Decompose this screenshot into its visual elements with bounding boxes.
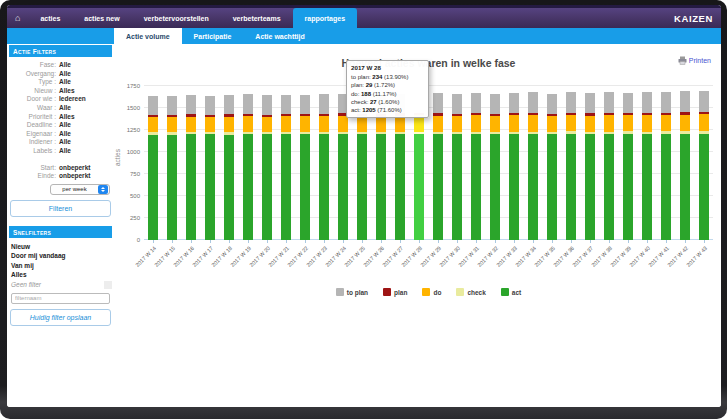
nav-item-acties-new[interactable]: acties new	[72, 8, 131, 28]
nav-item-verbetervoorstellen[interactable]: verbetervoorstellen	[132, 8, 221, 28]
filter-label: Start:	[9, 164, 56, 173]
print-link[interactable]: Printen	[678, 56, 711, 65]
bar-slot: 2017 W 17	[201, 86, 220, 240]
stacked-bar-2017-W-42[interactable]	[680, 91, 690, 240]
legend-item-do[interactable]: do	[422, 288, 441, 296]
filter-value[interactable]: Alle	[59, 61, 71, 70]
stacked-bar-2017-W-23[interactable]	[319, 94, 329, 240]
bar-slot: 2017 W 30	[448, 86, 467, 240]
stacked-bar-2017-W-36[interactable]	[566, 92, 576, 240]
legend-swatch	[383, 288, 391, 296]
filter-row: Einde:onbeperkt	[9, 172, 112, 181]
bar-segment-act	[433, 134, 443, 240]
bar-slot: 2017 W 19	[239, 86, 258, 240]
stacked-bar-2017-W-20[interactable]	[262, 95, 272, 240]
stacked-bar-2017-W-33[interactable]	[509, 93, 519, 240]
filter-value[interactable]: onbeperkt	[59, 164, 90, 173]
stacked-bar-2017-W-35[interactable]	[547, 94, 557, 240]
quicklink-alles[interactable]: Alles	[9, 270, 112, 280]
legend-item-act[interactable]: act	[501, 288, 521, 296]
stacked-bar-2017-W-22[interactable]	[300, 95, 310, 240]
x-tick	[267, 240, 268, 243]
stacked-bar-2017-W-21[interactable]	[281, 95, 291, 240]
nav-item-rapportages[interactable]: rapportages	[293, 8, 357, 28]
bar-segment-do	[585, 116, 595, 132]
y-tick-label: 1000	[114, 149, 140, 155]
stacked-bar-2017-W-18[interactable]	[224, 95, 234, 240]
stacked-bar-2017-W-19[interactable]	[243, 94, 253, 240]
filter-value[interactable]: onbeperkt	[59, 172, 90, 181]
stacked-bar-2017-W-40[interactable]	[642, 92, 652, 240]
stacked-bar-2017-W-41[interactable]	[661, 92, 671, 240]
bar-segment-act	[566, 134, 576, 240]
stacked-bar-2017-W-37[interactable]	[585, 93, 595, 240]
stacked-bar-2017-W-16[interactable]	[186, 95, 196, 240]
quicklink-nieuw[interactable]: Nieuw	[9, 242, 112, 252]
stacked-bar-2017-W-15[interactable]	[167, 96, 177, 240]
bar-segment-to-plan	[585, 93, 595, 113]
filter-row: Waar :Alle	[9, 104, 112, 113]
bar-segment-do	[566, 115, 576, 131]
bar-segment-do	[471, 115, 481, 131]
legend-item-plan[interactable]: plan	[383, 288, 407, 296]
legend-item-check[interactable]: check	[456, 288, 485, 296]
stacked-bar-2017-W-39[interactable]	[623, 93, 633, 240]
tab-participatie[interactable]: Participatie	[182, 28, 244, 44]
filter-value[interactable]: Iedereen	[59, 95, 86, 104]
stacked-bar-2017-W-17[interactable]	[205, 96, 215, 240]
chart-legend: to planplandocheckact	[144, 288, 713, 296]
legend-item-to-plan[interactable]: to plan	[336, 288, 368, 296]
nav-item-acties[interactable]: acties	[28, 8, 72, 28]
bar-slot: 2017 W 18	[220, 86, 239, 240]
bar-slot: 2017 W 21	[277, 86, 296, 240]
x-tick	[343, 240, 344, 243]
stacked-bar-2017-W-43[interactable]	[699, 91, 709, 240]
filter-row: Eigenaar :Alle	[9, 130, 112, 139]
filter-value[interactable]: Alle	[59, 78, 71, 87]
bar-segment-to-plan	[262, 95, 272, 114]
filter-value[interactable]: Alle	[59, 130, 71, 139]
x-tick	[571, 240, 572, 243]
stacked-bar-2017-W-29[interactable]	[433, 93, 443, 240]
home-icon[interactable]: ⌂	[7, 8, 28, 28]
filter-value[interactable]: Alle	[59, 121, 71, 130]
stacked-bar-2017-W-31[interactable]	[471, 93, 481, 240]
bar-slot: 2017 W 34	[523, 86, 542, 240]
save-filter-button[interactable]: Huidig filter opslaan	[10, 309, 111, 326]
filter-value[interactable]: Alle	[59, 104, 71, 113]
legend-label: act	[512, 289, 521, 296]
bar-segment-do	[186, 117, 196, 133]
tab-actie-volume[interactable]: Actie volume	[114, 28, 182, 44]
nav-item-verbeterteams[interactable]: verbeterteams	[221, 8, 293, 28]
filter-row: Type :Alle	[9, 78, 112, 87]
filter-label: Nieuw :	[9, 87, 56, 96]
x-tick	[191, 240, 192, 243]
filter-value[interactable]: Alle	[59, 147, 71, 156]
bar-segment-to-plan	[528, 92, 538, 112]
bar-segment-do	[642, 115, 652, 132]
y-tick-label: 1500	[114, 105, 140, 111]
quicklink-door-mij-vandaag[interactable]: Door mij vandaag	[9, 251, 112, 261]
filter-value[interactable]: Alles	[59, 113, 75, 122]
stacked-bar-2017-W-34[interactable]	[528, 92, 538, 240]
geen-filter-label[interactable]: Geen filter	[9, 280, 112, 290]
stacked-bar-2017-W-30[interactable]	[452, 94, 462, 240]
stacked-bar-2017-W-32[interactable]	[490, 94, 500, 240]
period-select[interactable]: per week	[50, 184, 110, 195]
bar-segment-to-plan	[433, 93, 443, 113]
x-tick	[552, 240, 553, 243]
bar-segment-act	[452, 134, 462, 240]
stacked-bar-2017-W-38[interactable]	[604, 92, 614, 240]
quicklink-van-mij[interactable]: Van mij	[9, 261, 112, 271]
bar-segment-act	[642, 134, 652, 240]
filter-name-input[interactable]	[11, 293, 110, 304]
filteren-button[interactable]: Filteren	[10, 200, 111, 217]
bar-segment-to-plan	[300, 95, 310, 114]
bar-segment-do	[376, 117, 386, 133]
filter-value[interactable]: Alles	[59, 87, 75, 96]
stacked-bar-2017-W-14[interactable]	[148, 96, 158, 240]
filter-row: Nieuw :Alles	[9, 87, 112, 96]
tab-actie-wachttijd[interactable]: Actie wachttijd	[243, 28, 316, 44]
filter-value[interactable]: Alle	[59, 70, 71, 79]
filter-value[interactable]: Alle	[59, 138, 71, 147]
